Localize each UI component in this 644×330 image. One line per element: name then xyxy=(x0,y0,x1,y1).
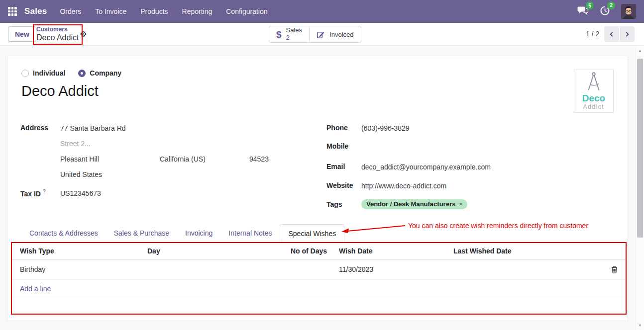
invoiced-stat-button[interactable]: Invoiced xyxy=(310,26,361,43)
annotation-rect-table: Wish TypeDayNo of DaysWish DateLast Wish… xyxy=(11,242,627,315)
column-header-day[interactable]: Day xyxy=(139,247,284,255)
column-header-last-wished-date[interactable]: Last Wished Date xyxy=(445,247,595,255)
breadcrumb-parent-link[interactable]: Customers xyxy=(36,26,79,33)
wish-row-birthday[interactable]: Birthday11/30/2023 xyxy=(12,259,626,280)
vertical-scrollbar[interactable]: ▲ ▼ xyxy=(636,46,644,330)
tax-id-label: Tax ID ? xyxy=(20,189,45,198)
wish-table-header: Wish TypeDayNo of DaysWish DateLast Wish… xyxy=(12,243,626,259)
phone-field[interactable]: (603)-996-3829 xyxy=(361,124,410,132)
app-name[interactable]: Sales xyxy=(24,6,47,16)
tab-contacts-and-addresses[interactable]: Contacts & Addresses xyxy=(21,224,106,243)
column-header-no-of-days[interactable]: No of Days xyxy=(284,247,331,255)
activities-badge: 2 xyxy=(607,1,615,9)
nav-item-orders[interactable]: Orders xyxy=(60,7,81,15)
tag-label: Vendor / Desk Manufacturers xyxy=(366,200,455,208)
sales-stat-label: Sales xyxy=(286,27,303,34)
navbar-right: 5 2 xyxy=(577,4,644,19)
partner-name-field[interactable]: Deco Addict xyxy=(21,83,99,99)
control-panel: New Customers Deco Addict ⚙ $ Sales 2 In… xyxy=(0,23,644,46)
address-label: Address xyxy=(20,124,48,132)
tag-remove-icon[interactable]: × xyxy=(459,200,463,208)
logo-text-deco: Deco xyxy=(582,93,605,103)
city-field[interactable]: Pleasant Hill xyxy=(60,155,99,163)
logo-text-addict: Addict xyxy=(583,103,604,110)
table-empty-space xyxy=(12,298,626,314)
column-header-wish-date[interactable]: Wish Date xyxy=(331,247,445,255)
tax-id-hint-icon: ? xyxy=(43,189,46,194)
wish-table-body: Birthday11/30/2023 xyxy=(12,259,626,280)
dollar-icon: $ xyxy=(276,30,282,39)
stat-buttons: $ Sales 2 Invoiced xyxy=(269,26,361,43)
email-field[interactable]: deco_addict@yourcompany.example.com xyxy=(361,163,491,171)
mobile-label: Mobile xyxy=(326,142,348,150)
annotation-text: You can also create wish reminders direc… xyxy=(408,222,588,230)
column-header-wish-type[interactable]: Wish Type xyxy=(12,247,139,255)
company-logo[interactable]: Deco Addict xyxy=(574,70,614,113)
zip-field[interactable]: 94523 xyxy=(249,155,269,163)
sales-stat-value: 2 xyxy=(286,34,303,42)
tag-vendor-desk-manufacturers[interactable]: Vendor / Desk Manufacturers × xyxy=(361,199,467,209)
cell-wish-type[interactable]: Birthday xyxy=(12,265,139,273)
chevron-left-icon xyxy=(609,31,615,37)
pager-next-button[interactable] xyxy=(620,26,635,42)
state-field[interactable]: California (US) xyxy=(160,155,206,163)
add-line-row[interactable]: Add a line xyxy=(12,280,626,298)
nav-item-to-invoice[interactable]: To Invoice xyxy=(95,7,126,15)
tab-internal-notes[interactable]: Internal Notes xyxy=(220,224,280,243)
tags-label: Tags xyxy=(326,200,342,208)
tab-special-wishes[interactable]: Special Wishes xyxy=(280,224,344,243)
new-button[interactable]: New xyxy=(8,26,36,42)
delete-row-button[interactable] xyxy=(595,266,626,273)
tab-invoicing[interactable]: Invoicing xyxy=(177,224,220,243)
pager-count: 1 / 2 xyxy=(586,30,599,38)
radio-company-label: Company xyxy=(90,69,121,77)
top-navbar: Sales OrdersTo InvoiceProductsReportingC… xyxy=(0,0,644,23)
cell-wish-date[interactable]: 11/30/2023 xyxy=(331,265,445,273)
radio-company-circle[interactable] xyxy=(78,70,86,77)
nav-item-products[interactable]: Products xyxy=(140,7,168,15)
radio-individual[interactable]: Individual xyxy=(21,69,65,77)
user-avatar[interactable] xyxy=(621,4,636,19)
gear-icon[interactable]: ⚙ xyxy=(80,30,87,38)
messages-icon[interactable]: 5 xyxy=(577,5,589,17)
street-field[interactable]: 77 Santa Barbara Rd xyxy=(60,124,126,132)
website-label: Website xyxy=(326,181,353,189)
tax-id-field[interactable]: US12345673 xyxy=(60,189,101,197)
company-type-selector: Individual Company xyxy=(21,69,121,77)
invoiced-stat-label: Invoiced xyxy=(329,31,353,38)
pager xyxy=(604,26,635,42)
email-label: Email xyxy=(326,163,345,170)
tab-sales-and-purchase[interactable]: Sales & Purchase xyxy=(106,224,177,243)
nav-item-reporting[interactable]: Reporting xyxy=(182,7,213,15)
nav-menu: OrdersTo InvoiceProductsReportingConfigu… xyxy=(60,7,267,15)
pencil-edit-icon xyxy=(317,30,325,39)
radio-individual-circle[interactable] xyxy=(21,70,29,77)
radio-individual-label: Individual xyxy=(33,69,65,77)
pager-previous-button[interactable] xyxy=(604,26,619,42)
apps-grid-icon[interactable] xyxy=(8,7,17,16)
annotation-arrow xyxy=(340,223,406,234)
breadcrumb-current: Deco Addict xyxy=(36,33,79,42)
trash-icon xyxy=(611,266,618,273)
sales-stat-button[interactable]: $ Sales 2 xyxy=(269,26,310,43)
country-field[interactable]: United States xyxy=(60,170,102,178)
website-field[interactable]: http://www.deco-addict.com xyxy=(361,182,446,190)
scroll-up-arrow-icon[interactable]: ▲ xyxy=(636,49,644,52)
add-a-line-link[interactable]: Add a line xyxy=(12,285,139,293)
activities-clock-icon[interactable]: 2 xyxy=(600,5,610,18)
chevron-right-icon xyxy=(624,31,630,37)
compass-icon xyxy=(585,72,603,92)
street2-field[interactable]: Street 2... xyxy=(60,140,91,148)
phone-label: Phone xyxy=(326,124,348,132)
notebook-tabs: Contacts & AddressesSales & PurchaseInvo… xyxy=(21,224,344,243)
scrollbar-thumb[interactable] xyxy=(637,59,643,238)
special-wishes-table: Wish TypeDayNo of DaysWish DateLast Wish… xyxy=(12,243,626,314)
scroll-down-arrow-icon[interactable]: ▼ xyxy=(636,324,644,327)
radio-company[interactable]: Company xyxy=(78,69,121,77)
nav-item-configuration[interactable]: Configuration xyxy=(226,7,267,15)
messages-badge: 5 xyxy=(586,1,594,9)
annotation-rect-breadcrumb: Customers Deco Addict xyxy=(33,24,83,45)
